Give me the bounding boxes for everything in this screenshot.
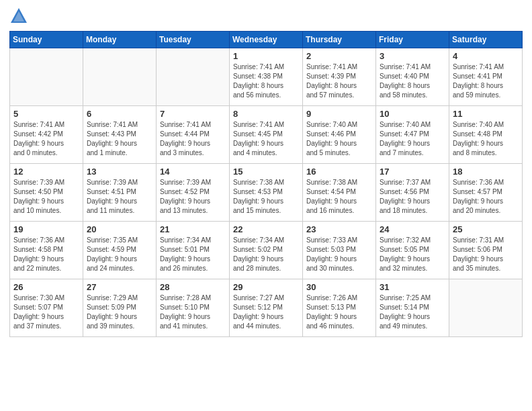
day-number: 28 — [160, 282, 226, 292]
day-info: Sunrise: 7:30 AM Sunset: 5:07 PM Dayligh… — [13, 293, 79, 331]
calendar-day-cell: 13Sunrise: 7:39 AM Sunset: 4:51 PM Dayli… — [83, 164, 157, 222]
calendar-day-cell: 30Sunrise: 7:26 AM Sunset: 5:13 PM Dayli… — [303, 279, 376, 337]
day-number: 2 — [306, 51, 372, 61]
calendar-day-cell: 20Sunrise: 7:35 AM Sunset: 4:59 PM Dayli… — [83, 222, 157, 279]
day-number: 22 — [233, 224, 299, 234]
calendar-day-cell: 7Sunrise: 7:41 AM Sunset: 4:44 PM Daylig… — [157, 106, 230, 164]
day-info: Sunrise: 7:38 AM Sunset: 4:54 PM Dayligh… — [306, 178, 372, 216]
day-info: Sunrise: 7:40 AM Sunset: 4:46 PM Dayligh… — [306, 120, 372, 158]
day-info: Sunrise: 7:39 AM Sunset: 4:52 PM Dayligh… — [160, 178, 226, 216]
day-number: 17 — [380, 167, 445, 177]
day-number: 23 — [306, 224, 372, 234]
calendar-day-cell: 10Sunrise: 7:40 AM Sunset: 4:47 PM Dayli… — [376, 106, 449, 164]
day-info: Sunrise: 7:38 AM Sunset: 4:53 PM Dayligh… — [233, 178, 299, 216]
calendar-day-cell: 27Sunrise: 7:29 AM Sunset: 5:09 PM Dayli… — [83, 279, 157, 337]
calendar-day-cell: 15Sunrise: 7:38 AM Sunset: 4:53 PM Dayli… — [230, 164, 303, 222]
calendar-day-cell: 21Sunrise: 7:34 AM Sunset: 5:01 PM Dayli… — [157, 222, 230, 279]
calendar-day-cell: 8Sunrise: 7:41 AM Sunset: 4:45 PM Daylig… — [230, 106, 303, 164]
day-number: 1 — [233, 51, 299, 61]
calendar-day-cell: 16Sunrise: 7:38 AM Sunset: 4:54 PM Dayli… — [303, 164, 376, 222]
calendar-day-cell: 14Sunrise: 7:39 AM Sunset: 4:52 PM Dayli… — [157, 164, 230, 222]
day-info: Sunrise: 7:40 AM Sunset: 4:48 PM Dayligh… — [453, 120, 519, 158]
day-info: Sunrise: 7:39 AM Sunset: 4:51 PM Dayligh… — [87, 178, 152, 216]
calendar-day-cell — [10, 48, 83, 106]
calendar-day-cell: 4Sunrise: 7:41 AM Sunset: 4:41 PM Daylig… — [449, 48, 523, 106]
day-number: 21 — [160, 224, 226, 234]
day-number: 26 — [13, 282, 79, 292]
calendar-week-row: 12Sunrise: 7:39 AM Sunset: 4:50 PM Dayli… — [10, 164, 523, 222]
day-number: 25 — [453, 224, 519, 234]
day-number: 4 — [453, 51, 519, 61]
logo-icon — [9, 7, 28, 26]
calendar-day-cell: 31Sunrise: 7:25 AM Sunset: 5:14 PM Dayli… — [376, 279, 449, 337]
weekday-header: Saturday — [449, 32, 523, 48]
calendar-day-cell: 26Sunrise: 7:30 AM Sunset: 5:07 PM Dayli… — [10, 279, 83, 337]
calendar-day-cell: 24Sunrise: 7:32 AM Sunset: 5:05 PM Dayli… — [376, 222, 449, 279]
day-number: 6 — [87, 109, 152, 119]
page-header — [9, 7, 523, 26]
logo — [9, 7, 31, 26]
day-info: Sunrise: 7:41 AM Sunset: 4:43 PM Dayligh… — [87, 120, 152, 158]
calendar-day-cell — [157, 48, 230, 106]
calendar-day-cell — [449, 279, 523, 337]
day-info: Sunrise: 7:32 AM Sunset: 5:05 PM Dayligh… — [380, 236, 445, 273]
day-info: Sunrise: 7:34 AM Sunset: 5:01 PM Dayligh… — [160, 236, 226, 273]
day-number: 10 — [380, 109, 445, 119]
day-info: Sunrise: 7:41 AM Sunset: 4:45 PM Dayligh… — [233, 120, 299, 158]
weekday-header: Thursday — [303, 32, 376, 48]
calendar-day-cell — [83, 48, 157, 106]
day-number: 14 — [160, 167, 226, 177]
day-info: Sunrise: 7:41 AM Sunset: 4:39 PM Dayligh… — [306, 62, 372, 100]
day-info: Sunrise: 7:36 AM Sunset: 4:58 PM Dayligh… — [13, 236, 79, 273]
calendar-day-cell: 3Sunrise: 7:41 AM Sunset: 4:40 PM Daylig… — [376, 48, 449, 106]
day-number: 5 — [13, 109, 79, 119]
day-number: 15 — [233, 167, 299, 177]
calendar-week-row: 1Sunrise: 7:41 AM Sunset: 4:38 PM Daylig… — [10, 48, 523, 106]
day-number: 24 — [380, 224, 445, 234]
day-info: Sunrise: 7:41 AM Sunset: 4:40 PM Dayligh… — [380, 62, 445, 100]
weekday-header: Tuesday — [157, 32, 230, 48]
day-info: Sunrise: 7:33 AM Sunset: 5:03 PM Dayligh… — [306, 236, 372, 273]
day-number: 31 — [380, 282, 445, 292]
day-info: Sunrise: 7:31 AM Sunset: 5:06 PM Dayligh… — [453, 236, 519, 273]
day-number: 9 — [306, 109, 372, 119]
calendar-week-row: 5Sunrise: 7:41 AM Sunset: 4:42 PM Daylig… — [10, 106, 523, 164]
day-info: Sunrise: 7:28 AM Sunset: 5:10 PM Dayligh… — [160, 293, 226, 331]
day-info: Sunrise: 7:37 AM Sunset: 4:56 PM Dayligh… — [380, 178, 445, 216]
day-number: 8 — [233, 109, 299, 119]
calendar-day-cell: 11Sunrise: 7:40 AM Sunset: 4:48 PM Dayli… — [449, 106, 523, 164]
calendar-table: SundayMondayTuesdayWednesdayThursdayFrid… — [9, 31, 523, 337]
day-info: Sunrise: 7:34 AM Sunset: 5:02 PM Dayligh… — [233, 236, 299, 273]
day-number: 29 — [233, 282, 299, 292]
day-info: Sunrise: 7:27 AM Sunset: 5:12 PM Dayligh… — [233, 293, 299, 331]
day-number: 27 — [87, 282, 152, 292]
day-number: 18 — [453, 167, 519, 177]
calendar-day-cell: 1Sunrise: 7:41 AM Sunset: 4:38 PM Daylig… — [230, 48, 303, 106]
calendar-day-cell: 19Sunrise: 7:36 AM Sunset: 4:58 PM Dayli… — [10, 222, 83, 279]
day-info: Sunrise: 7:36 AM Sunset: 4:57 PM Dayligh… — [453, 178, 519, 216]
weekday-header: Sunday — [10, 32, 83, 48]
day-info: Sunrise: 7:25 AM Sunset: 5:14 PM Dayligh… — [380, 293, 445, 331]
calendar-day-cell: 25Sunrise: 7:31 AM Sunset: 5:06 PM Dayli… — [449, 222, 523, 279]
day-number: 13 — [87, 167, 152, 177]
day-info: Sunrise: 7:40 AM Sunset: 4:47 PM Dayligh… — [380, 120, 445, 158]
calendar-day-cell: 29Sunrise: 7:27 AM Sunset: 5:12 PM Dayli… — [230, 279, 303, 337]
calendar-day-cell: 22Sunrise: 7:34 AM Sunset: 5:02 PM Dayli… — [230, 222, 303, 279]
day-info: Sunrise: 7:41 AM Sunset: 4:42 PM Dayligh… — [13, 120, 79, 158]
page-container: SundayMondayTuesdayWednesdayThursdayFrid… — [0, 0, 532, 341]
day-number: 3 — [380, 51, 445, 61]
calendar-day-cell: 18Sunrise: 7:36 AM Sunset: 4:57 PM Dayli… — [449, 164, 523, 222]
calendar-day-cell: 9Sunrise: 7:40 AM Sunset: 4:46 PM Daylig… — [303, 106, 376, 164]
calendar-day-cell: 2Sunrise: 7:41 AM Sunset: 4:39 PM Daylig… — [303, 48, 376, 106]
day-info: Sunrise: 7:26 AM Sunset: 5:13 PM Dayligh… — [306, 293, 372, 331]
calendar-header-row: SundayMondayTuesdayWednesdayThursdayFrid… — [10, 32, 523, 48]
calendar-day-cell: 12Sunrise: 7:39 AM Sunset: 4:50 PM Dayli… — [10, 164, 83, 222]
day-number: 7 — [160, 109, 226, 119]
day-number: 30 — [306, 282, 372, 292]
day-info: Sunrise: 7:41 AM Sunset: 4:44 PM Dayligh… — [160, 120, 226, 158]
weekday-header: Friday — [376, 32, 449, 48]
weekday-header: Wednesday — [230, 32, 303, 48]
calendar-day-cell: 23Sunrise: 7:33 AM Sunset: 5:03 PM Dayli… — [303, 222, 376, 279]
day-info: Sunrise: 7:39 AM Sunset: 4:50 PM Dayligh… — [13, 178, 79, 216]
day-info: Sunrise: 7:41 AM Sunset: 4:38 PM Dayligh… — [233, 62, 299, 100]
